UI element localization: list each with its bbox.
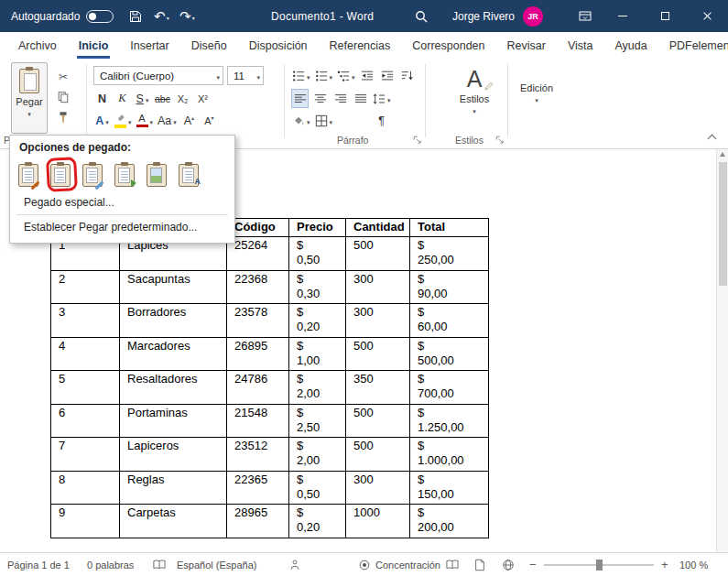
table-cell[interactable]: 22365 — [227, 471, 289, 505]
table-cell[interactable]: $ 1.250,00 — [410, 404, 489, 438]
paragraph-dialog-launcher[interactable] — [412, 135, 423, 146]
table-cell[interactable]: 9 — [51, 505, 120, 538]
table-cell[interactable]: Portaminas — [120, 404, 227, 438]
zoom-in-button[interactable]: + — [661, 553, 668, 576]
table-cell[interactable]: Lapiceros — [120, 438, 227, 472]
underline-button[interactable]: S — [134, 89, 151, 108]
table-cell[interactable]: $ 200,00 — [410, 505, 489, 538]
line-spacing-button[interactable] — [372, 89, 392, 108]
paste-option-keep-text-only[interactable] — [179, 161, 201, 187]
print-layout-button[interactable] — [473, 553, 486, 576]
table-cell[interactable]: 300 — [346, 471, 410, 505]
maximize-button[interactable] — [644, 0, 686, 32]
increase-indent-button[interactable] — [379, 66, 397, 85]
font-color-button[interactable]: A — [136, 111, 155, 130]
table-cell[interactable]: Sacapuntas — [120, 270, 227, 304]
table-header-cell[interactable]: Código — [227, 219, 289, 237]
word-count-status[interactable]: 0 palabras — [87, 553, 134, 576]
zoom-slider-thumb[interactable] — [596, 560, 603, 571]
avatar[interactable]: JR — [523, 6, 543, 27]
table-cell[interactable]: 25264 — [227, 237, 289, 271]
table-cell[interactable]: 28965 — [227, 505, 289, 538]
table-cell[interactable]: 300 — [346, 270, 410, 304]
table-cell[interactable]: 3 — [51, 304, 120, 338]
align-left-button[interactable] — [291, 89, 309, 108]
table-cell[interactable]: 300 — [346, 304, 410, 338]
editing-menu-button[interactable]: Edición — [513, 82, 560, 104]
table-cell[interactable]: $ 500,00 — [410, 337, 489, 371]
table-header-cell[interactable]: Cantidad — [346, 219, 410, 237]
table-cell[interactable]: $ 250,00 — [410, 237, 489, 271]
align-center-button[interactable] — [311, 89, 329, 108]
scroll-up-icon[interactable] — [720, 152, 725, 157]
bold-button[interactable]: N — [93, 89, 111, 108]
table-cell[interactable]: 23512 — [227, 438, 289, 472]
styles-dialog-launcher[interactable] — [494, 135, 505, 146]
paste-option-picture[interactable] — [147, 161, 168, 187]
table-cell[interactable]: 5 — [51, 371, 120, 405]
tab-ayuda[interactable]: Ayuda — [603, 32, 657, 59]
tab-archivo[interactable]: Archivo — [7, 32, 68, 59]
copy-button[interactable] — [51, 88, 75, 106]
table-header-cell[interactable]: Precio — [289, 219, 346, 237]
tab-inicio[interactable]: Inicio — [68, 32, 120, 59]
superscript-button[interactable]: X² — [194, 89, 212, 108]
strikethrough-button[interactable]: abc — [154, 89, 171, 108]
tab-disposicion[interactable]: Disposición — [238, 32, 319, 59]
table-cell[interactable]: $ 0,20 — [289, 304, 346, 338]
table-cell[interactable]: Reglas — [120, 471, 227, 505]
focus-mode-button[interactable]: Concentración — [358, 553, 440, 576]
table-cell[interactable]: Borradores — [120, 304, 227, 338]
bullets-button[interactable] — [291, 66, 311, 85]
proofing-status-button[interactable] — [153, 553, 166, 576]
borders-button[interactable] — [314, 111, 334, 130]
multilevel-list-button[interactable] — [336, 66, 356, 85]
paste-option-keep-source-formatting[interactable] — [18, 161, 40, 187]
tab-correspondencia[interactable]: Corresponden — [401, 32, 495, 59]
zoom-slider[interactable] — [544, 564, 654, 566]
table-cell[interactable]: $ 700,00 — [410, 371, 489, 405]
table-cell[interactable]: $ 0,20 — [289, 505, 346, 538]
collapse-ribbon-button[interactable] — [704, 130, 719, 143]
table-cell[interactable]: 8 — [51, 471, 120, 505]
paste-button[interactable]: Pegar — [11, 62, 48, 134]
page-number-status[interactable]: Página 1 de 1 — [7, 553, 70, 576]
table-cell[interactable]: 500 — [346, 337, 410, 371]
subscript-button[interactable]: X₂ — [174, 89, 191, 108]
undo-button[interactable]: ↶ — [148, 0, 174, 32]
sort-button[interactable] — [399, 66, 417, 85]
paste-special-item[interactable]: Pegado especial... — [10, 192, 234, 212]
table-cell[interactable]: 1000 — [346, 505, 410, 538]
search-button[interactable] — [408, 0, 434, 32]
zoom-out-button[interactable]: − — [529, 553, 537, 576]
font-name-select[interactable]: Calibri (Cuerpo) — [93, 66, 223, 85]
table-cell[interactable]: 7 — [51, 438, 120, 472]
cut-button[interactable]: ✂ — [51, 68, 75, 86]
table-cell[interactable]: 6 — [51, 404, 120, 438]
autosave-toggle[interactable] — [86, 10, 114, 23]
vertical-scrollbar[interactable] — [716, 149, 728, 552]
paste-option-overwrite-cells[interactable] — [114, 161, 136, 187]
table-cell[interactable]: $ 0,50 — [289, 237, 346, 271]
table-cell[interactable]: 24786 — [227, 371, 289, 405]
table-cell[interactable]: Carpetas — [120, 505, 227, 538]
paste-option-merge-formatting[interactable] — [82, 161, 104, 187]
format-painter-button[interactable] — [51, 108, 75, 126]
table-cell[interactable]: $ 0,30 — [289, 270, 346, 304]
set-default-paste-item[interactable]: Establecer Pegar predeterminado... — [10, 217, 234, 237]
tab-pdfelement[interactable]: PDFelement — [658, 32, 728, 59]
table-cell[interactable]: 500 — [346, 404, 410, 438]
table-cell[interactable]: 500 — [346, 438, 410, 472]
table-cell[interactable]: $ 2,00 — [289, 438, 346, 472]
italic-button[interactable]: K — [114, 89, 131, 108]
table-cell[interactable]: 350 — [346, 371, 410, 405]
styles-gallery-button[interactable]: A Estilos — [445, 64, 504, 128]
scroll-thumb[interactable] — [719, 162, 727, 286]
save-button[interactable] — [123, 0, 148, 32]
table-cell[interactable]: Marcadores — [120, 337, 227, 371]
decrease-indent-button[interactable] — [359, 66, 376, 85]
table-cell[interactable]: 22368 — [227, 270, 289, 304]
close-button[interactable] — [686, 0, 728, 32]
align-right-button[interactable] — [331, 89, 349, 108]
grow-font-button[interactable]: A — [180, 111, 198, 130]
